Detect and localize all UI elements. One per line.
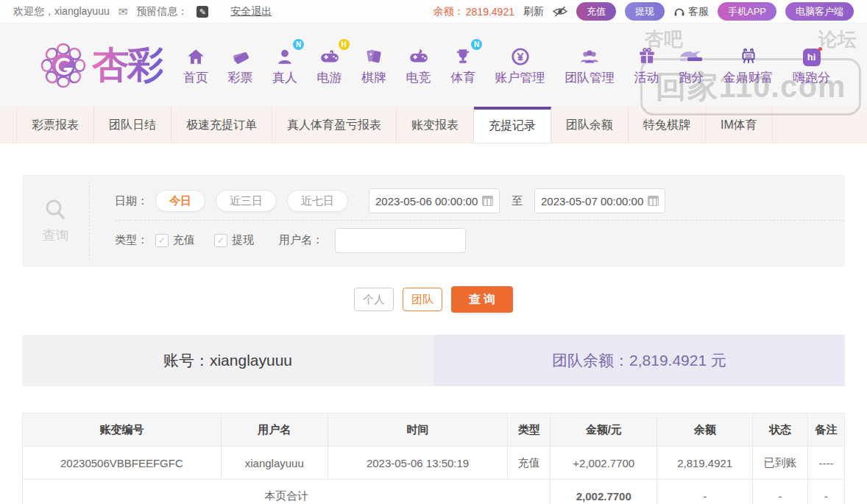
search-section-label: 查询 [43,227,69,244]
nav-item-sports[interactable]: N 体育 [450,44,475,86]
site-logo[interactable]: 杏彩 [40,40,163,90]
table-header-row: 账变编号 用户名 时间 类型 金额/元 余额 状态 备注 [23,414,845,447]
personal-button[interactable]: 个人 [354,288,394,311]
tab-special-cards[interactable]: 特兔棋牌 [629,107,706,143]
nav-item-esports[interactable]: 电竞 [406,44,431,86]
check-icon: ✓ [158,235,166,246]
date-to-input[interactable] [541,195,648,207]
nav-label: 真人 [272,69,297,86]
playing-cards-icon [364,47,383,66]
nav-label: 电游 [317,69,342,86]
col-header-time: 时间 [328,414,508,447]
mobile-app-button[interactable]: 手机APP [718,2,776,21]
withdraw-button[interactable]: 提现 [625,2,665,21]
nav-item-cards[interactable]: 棋牌 [361,44,386,86]
nav-label: 账户管理 [495,69,545,86]
live-dealer-icon [275,47,294,66]
nav-item-slots[interactable]: H 电游 [317,44,342,86]
cell-username: xianglayuuu [221,447,328,480]
summary-row: 本页合计 2,002.7700 - - - [23,480,845,504]
summary-amount: 2,002.7700 [551,480,657,504]
username-label: 用户名： [279,233,323,247]
col-header-user: 用户名 [221,414,328,447]
search-section: 查询 [22,182,90,260]
tab-lottery-report[interactable]: 彩票报表 [16,107,94,143]
query-button[interactable]: 查 询 [451,286,513,313]
new-badge: N [293,39,304,50]
tab-team-balance[interactable]: 团队余额 [551,107,629,143]
nav-label: 活动 [634,69,659,86]
team-button[interactable]: 团队 [403,288,442,311]
tab-team-daily[interactable]: 团队日结 [94,107,171,143]
date-from-box [369,188,500,213]
nav-label: 彩票 [228,69,253,86]
main-nav: 首页 彩票 N 真人 H 电游 棋牌 电竞 N 体育 账户管理 [183,44,830,86]
nav-item-hipaofen[interactable]: hi 嗨跑分 [793,44,830,86]
cell-time: 2023-05-06 13:50:19 [328,447,508,480]
nav-item-team[interactable]: 团队管理 [565,44,615,86]
nav-item-jinding[interactable]: 金鼎财富 [723,44,774,86]
nav-label: 首页 [183,69,208,86]
date-from-input[interactable] [375,195,482,207]
summary-balance: - [657,480,753,504]
logout-link[interactable]: 安全退出 [230,5,272,18]
col-header-status: 状态 [753,414,808,447]
refresh-link[interactable]: 刷新 [523,5,544,18]
range-today-button[interactable]: 今日 [155,190,205,212]
range-3days-button[interactable]: 近三日 [216,190,277,212]
balance-label: 余额： [434,5,464,18]
home-icon [186,47,205,66]
tab-fast-orders[interactable]: 极速充提订单 [171,107,272,143]
col-header-type: 类型 [508,414,551,447]
nav-item-live[interactable]: N 真人 [272,44,297,86]
date-label: 日期： [115,194,148,208]
cell-balance: 2,819.4921 [657,447,753,480]
tab-im-sports[interactable]: IM体育 [706,107,773,143]
tab-account-changes[interactable]: 账变报表 [397,107,474,143]
account-summary-strip: 账号：xianglayuuu 团队余额：2,819.4921 元 [22,335,845,386]
cell-status: 已到账 [753,447,808,480]
summary-note: - [808,480,845,504]
cell-note: ---- [808,447,845,480]
account-label: 账号： [163,350,210,371]
type-filter-row: 类型： ✓ 充值 ✓ 提现 用户名： [115,221,845,260]
team-balance-label: 团队余额： [552,350,629,371]
account-value: xianglayuuu [210,352,292,369]
nav-label: 金鼎财富 [723,69,774,86]
eye-off-icon[interactable] [553,6,567,17]
recharge-button[interactable]: 充值 [576,2,616,21]
nav-item-lottery[interactable]: 彩票 [228,44,253,86]
tab-live-sports-pl[interactable]: 真人体育盈亏报表 [272,107,397,143]
edit-icon[interactable]: ✎ [197,6,208,18]
account-name-panel: 账号：xianglayuuu [22,335,434,386]
service-label: 客服 [688,5,709,18]
topbar: 欢迎您，xianglayuuu ✉ 预留信息： ✎ 安全退出 余额：2819.4… [0,0,867,24]
nav-label: 体育 [450,69,475,86]
nav-item-paofen[interactable]: 跑分 [679,44,704,86]
gamepad-icon [319,47,340,66]
range-7days-button[interactable]: 近七日 [287,190,348,212]
logo-text: 杏彩 [92,40,163,90]
tab-deposit-withdraw-records[interactable]: 充提记录 [474,107,551,143]
team-balance-panel: 团队余额：2,819.4921 元 [434,335,845,386]
nav-item-promotions[interactable]: 活动 [634,44,659,86]
customer-service-link[interactable]: 客服 [673,5,709,18]
summary-status: - [753,480,808,504]
nav-item-account[interactable]: 账户管理 [495,44,545,86]
site-header: 杏彩 首页 彩票 N 真人 H 电游 棋牌 电竞 N 体育 [0,24,867,107]
nav-item-home[interactable]: 首页 [183,44,208,86]
calendar-icon[interactable] [482,196,493,206]
action-buttons: 个人 团队 查 询 [0,286,867,313]
balance-value: 2819.4921 [466,6,514,18]
recharge-checkbox[interactable]: ✓ [155,234,169,247]
pc-client-button[interactable]: 电脑客户端 [785,2,854,21]
col-header-amount: 金额/元 [551,414,657,447]
report-tabbar: 彩票报表 团队日结 极速充提订单 真人体育盈亏报表 账变报表 充提记录 团队余额… [0,107,867,143]
to-label: 至 [512,194,523,208]
search-filter-panel: 查询 日期： 今日 近三日 近七日 至 类型： ✓ 充值 ✓ 提现 用户名： [22,174,845,267]
calendar-icon[interactable] [648,196,659,206]
mail-icon[interactable]: ✉ [118,5,128,18]
nav-label: 电竞 [406,69,431,86]
username-input[interactable] [335,228,466,253]
withdraw-checkbox[interactable]: ✓ [214,234,227,247]
